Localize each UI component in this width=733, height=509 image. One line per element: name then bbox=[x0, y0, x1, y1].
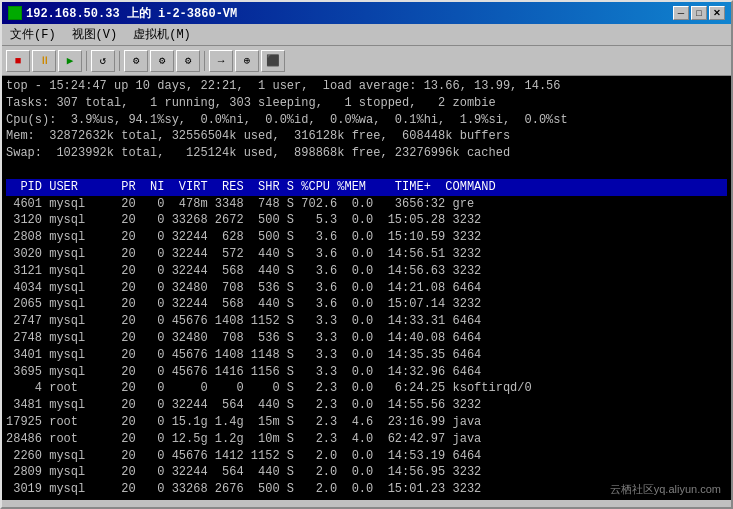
row-2: 2808 mysql 20 0 32244 628 500 S 3.6 0.0 … bbox=[6, 229, 727, 246]
watermark: 云栖社区yq.aliyun.com bbox=[610, 482, 721, 497]
row-9: 3401 mysql 20 0 45676 1408 1148 S 3.3 0.… bbox=[6, 347, 727, 364]
main-window: 192.168.50.33 上的 i-2-3860-VM ─ □ ✕ 文件(F)… bbox=[0, 0, 733, 509]
title-bar-left: 192.168.50.33 上的 i-2-3860-VM bbox=[8, 5, 237, 22]
menu-view[interactable]: 视图(V) bbox=[68, 25, 122, 44]
table-header: PID USER PR NI VIRT RES SHR S %CPU %MEM … bbox=[6, 179, 727, 196]
send-button-3[interactable]: ⬛ bbox=[261, 50, 285, 72]
pause-button[interactable]: ⏸ bbox=[32, 50, 56, 72]
minimize-button[interactable]: ─ bbox=[673, 6, 689, 20]
top-line-1: top - 15:24:47 up 10 days, 22:21, 1 user… bbox=[6, 78, 727, 95]
terminal[interactable]: top - 15:24:47 up 10 days, 22:21, 1 user… bbox=[2, 76, 731, 500]
close-button[interactable]: ✕ bbox=[709, 6, 725, 20]
toolbar-separator-2 bbox=[119, 51, 120, 71]
row-16: 2809 mysql 20 0 32244 564 440 S 2.0 0.0 … bbox=[6, 464, 727, 481]
top-line-2: Tasks: 307 total, 1 running, 303 sleepin… bbox=[6, 95, 727, 112]
top-line-3: Cpu(s): 3.9%us, 94.1%sy, 0.0%ni, 0.0%id,… bbox=[6, 112, 727, 129]
row-8: 2748 mysql 20 0 32480 708 536 S 3.3 0.0 … bbox=[6, 330, 727, 347]
toolbar-separator-1 bbox=[86, 51, 87, 71]
toolbar: ■ ⏸ ▶ ↺ ⚙ ⚙ ⚙ → ⊕ ⬛ bbox=[2, 46, 731, 76]
row-15: 2260 mysql 20 0 45676 1412 1152 S 2.0 0.… bbox=[6, 448, 727, 465]
title-bar: 192.168.50.33 上的 i-2-3860-VM ─ □ ✕ bbox=[2, 2, 731, 24]
refresh-button[interactable]: ↺ bbox=[91, 50, 115, 72]
window-title: 192.168.50.33 上的 i-2-3860-VM bbox=[26, 5, 237, 22]
menu-file[interactable]: 文件(F) bbox=[6, 25, 60, 44]
row-13: 17925 root 20 0 15.1g 1.4g 15m S 2.3 4.6… bbox=[6, 414, 727, 431]
title-controls: ─ □ ✕ bbox=[673, 6, 725, 20]
stop-button[interactable]: ■ bbox=[6, 50, 30, 72]
send-button-1[interactable]: → bbox=[209, 50, 233, 72]
row-5: 4034 mysql 20 0 32480 708 536 S 3.6 0.0 … bbox=[6, 280, 727, 297]
row-4: 3121 mysql 20 0 32244 568 440 S 3.6 0.0 … bbox=[6, 263, 727, 280]
settings-button-3[interactable]: ⚙ bbox=[176, 50, 200, 72]
play-button[interactable]: ▶ bbox=[58, 50, 82, 72]
settings-button-1[interactable]: ⚙ bbox=[124, 50, 148, 72]
row-11: 4 root 20 0 0 0 0 S 2.3 0.0 6:24.25 ksof… bbox=[6, 380, 727, 397]
maximize-button[interactable]: □ bbox=[691, 6, 707, 20]
terminal-wrapper: top - 15:24:47 up 10 days, 22:21, 1 user… bbox=[2, 76, 731, 507]
window-icon bbox=[8, 6, 22, 20]
menu-vm[interactable]: 虚拟机(M) bbox=[129, 25, 195, 44]
settings-button-2[interactable]: ⚙ bbox=[150, 50, 174, 72]
row-14: 28486 root 20 0 12.5g 1.2g 10m S 2.3 4.0… bbox=[6, 431, 727, 448]
blank-line bbox=[6, 162, 727, 179]
row-3: 3020 mysql 20 0 32244 572 440 S 3.6 0.0 … bbox=[6, 246, 727, 263]
top-line-5: Swap: 1023992k total, 125124k used, 8988… bbox=[6, 145, 727, 162]
row-0: 4601 mysql 20 0 478m 3348 748 S 702.6 0.… bbox=[6, 196, 727, 213]
send-button-2[interactable]: ⊕ bbox=[235, 50, 259, 72]
top-line-4: Mem: 32872632k total, 32556504k used, 31… bbox=[6, 128, 727, 145]
row-6: 2065 mysql 20 0 32244 568 440 S 3.6 0.0 … bbox=[6, 296, 727, 313]
row-12: 3481 mysql 20 0 32244 564 440 S 2.3 0.0 … bbox=[6, 397, 727, 414]
toolbar-separator-3 bbox=[204, 51, 205, 71]
menu-bar: 文件(F) 视图(V) 虚拟机(M) bbox=[2, 24, 731, 46]
row-10: 3695 mysql 20 0 45676 1416 1156 S 3.3 0.… bbox=[6, 364, 727, 381]
row-1: 3120 mysql 20 0 33268 2672 500 S 5.3 0.0… bbox=[6, 212, 727, 229]
row-7: 2747 mysql 20 0 45676 1408 1152 S 3.3 0.… bbox=[6, 313, 727, 330]
